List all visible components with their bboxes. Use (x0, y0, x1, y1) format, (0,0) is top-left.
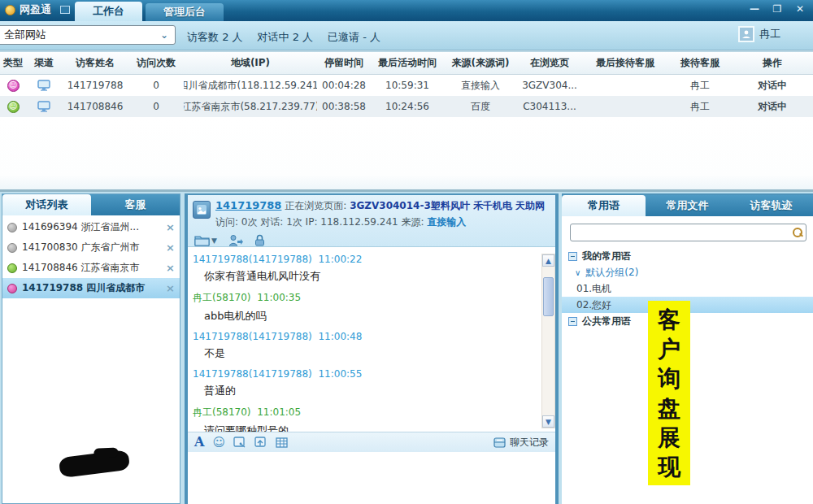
font-style-button[interactable]: A (194, 436, 204, 449)
maximize-icon[interactable]: ❐ (771, 3, 784, 15)
message-area: 141719788(141719788) 11:00:22 你家有普通电机风叶没… (188, 247, 555, 432)
col-last-active: 最后活动时间 (371, 52, 444, 74)
table-row[interactable]: ☺ 141708846 0 江苏省南京市(58.217.239.77) 00:3… (0, 96, 813, 117)
dialog-panel-tabs: 对话列表 客服 (2, 194, 180, 215)
title-bar: 网盈通 工作台 管理后台 — ❐ ✕ (0, 0, 813, 21)
tab-agents[interactable]: 客服 (91, 194, 180, 215)
close-dialog-icon[interactable]: × (166, 221, 175, 233)
transfer-visitor-button[interactable] (228, 234, 243, 246)
action-status[interactable]: 对话中 (732, 75, 813, 96)
tree-group-default[interactable]: ∨ 默认分组(2) (562, 264, 813, 280)
section-divider (0, 189, 813, 192)
emoticon-button[interactable]: ☺ (212, 437, 225, 449)
stay-time: 00:38:58 (317, 96, 371, 117)
tree-group-label: 我的常用语 (582, 250, 631, 263)
list-item[interactable]: 141700830 广东省广州市 × (2, 237, 180, 258)
tree-group-my-phrases[interactable]: 我的常用语 (562, 248, 813, 264)
source: 直接输入 (444, 75, 517, 96)
window-controls: — ❐ ✕ (748, 3, 806, 15)
collapse-icon[interactable] (568, 252, 577, 261)
close-icon[interactable]: ✕ (793, 3, 806, 15)
list-item-label: 141700830 广东省广州市 (22, 241, 140, 254)
phrase-search-box (570, 224, 806, 241)
close-dialog-icon[interactable]: × (166, 282, 175, 294)
visitor-type-online-icon: ☺ (7, 101, 20, 113)
message-sender: 冉工(58170) (193, 406, 251, 418)
minimize-icon[interactable]: — (748, 3, 761, 15)
table-row[interactable]: ☺ 141719788 0 四川省成都市(118.112.59.241) 00:… (0, 75, 813, 96)
banner-char: 询 (658, 367, 680, 390)
action-status[interactable]: 对话中 (732, 96, 813, 117)
visitor-offline-icon (7, 223, 17, 232)
scroll-down-icon[interactable]: ▼ (542, 415, 554, 428)
stat-chatting: 对话中 2 人 (258, 30, 314, 45)
region-ip: 四川省成都市(118.112.59.241) (184, 75, 317, 96)
chat-history-button[interactable]: 聊天记录 (493, 436, 549, 450)
monitor-icon (26, 75, 62, 96)
last-active-time: 10:24:56 (371, 96, 444, 117)
message-time: 11:01:05 (257, 406, 301, 418)
source: 百度 (444, 96, 517, 117)
last-agent (582, 96, 668, 117)
chat-history-label: 聊天记录 (510, 436, 549, 450)
tab-common-phrases[interactable]: 常用语 (562, 195, 646, 216)
visitor-type-busy-icon: ☺ (7, 80, 20, 92)
scrollbar-thumb[interactable] (543, 277, 554, 316)
stat-invited: 已邀请 - 人 (328, 30, 380, 45)
message-text: 你家有普通电机风叶没有 (204, 269, 536, 284)
browsing-page-title: 3GZV304014-3塑料风叶 禾千机电 天助网 (350, 200, 545, 211)
message-input[interactable] (188, 452, 555, 504)
visit-count: 0 (128, 96, 184, 117)
browsing-page-link[interactable]: C304113... (517, 96, 582, 117)
chevron-down-icon: ∨ (575, 268, 580, 277)
message-sender: 141719788(141719788) (193, 331, 312, 342)
folder-menu-button[interactable]: ▼ (194, 234, 217, 246)
message-text: abb电机的吗 (204, 309, 536, 324)
close-dialog-icon[interactable]: × (166, 262, 175, 274)
caret-down-icon: ▼ (211, 237, 217, 245)
current-agent[interactable]: 冉工 (738, 26, 780, 42)
tab-visitor-track[interactable]: 访客轨迹 (729, 195, 813, 216)
list-item[interactable]: 141708846 江苏省南京市 × (2, 258, 180, 278)
top-toolbar: 全部网站 ⌄ 访客数 2 人 对话中 2 人 已邀请 - 人 冉工 (0, 21, 813, 50)
col-region-ip: 地域(IP) (184, 52, 317, 74)
tab-common-files[interactable]: 常用文件 (646, 195, 729, 216)
chat-message: 141719788(141719788) 11:00:55 普通的 (193, 368, 536, 398)
chat-message: 141719788(141719788) 11:00:22 你家有普通电机风叶没… (193, 254, 536, 284)
list-item[interactable]: 141696394 浙江省温州... × (2, 217, 180, 237)
visit-count: 0 (128, 75, 184, 96)
agent: 冉工 (668, 96, 732, 117)
message-time: 11:00:35 (257, 292, 301, 303)
tab-workbench[interactable]: 工作台 (75, 2, 142, 21)
browsing-page-link[interactable]: 3GZV304... (517, 75, 582, 96)
lock-button[interactable] (254, 234, 265, 246)
close-dialog-icon[interactable]: × (166, 241, 175, 254)
scroll-up-icon[interactable]: ▲ (542, 254, 554, 267)
tab-dialog-list[interactable]: 对话列表 (2, 194, 91, 215)
quick-reply-table-button[interactable] (276, 437, 288, 448)
app-logo: 网盈通 (5, 2, 70, 17)
browsing-label: 正在浏览页面: (285, 200, 346, 211)
phrase-item-motor[interactable]: 01.电机 (562, 280, 813, 297)
col-channel: 渠道 (26, 52, 62, 74)
site-filter-dropdown[interactable]: 全部网站 ⌄ (0, 25, 176, 45)
collapse-icon[interactable] (568, 317, 577, 326)
message-time: 11:00:55 (318, 368, 362, 380)
history-icon (493, 437, 506, 448)
list-item-selected[interactable]: 141719788 四川省成都市 × (2, 278, 180, 298)
chat-message: 141719788(141719788) 11:00:48 不是 (193, 331, 536, 361)
message-sender: 141719788(141719788) (193, 368, 312, 380)
search-input[interactable] (576, 227, 793, 238)
browsing-info-line: 141719788 正在浏览页面: 3GZV304014-3塑料风叶 禾千机电 … (215, 199, 550, 213)
screenshot-button[interactable] (233, 437, 246, 448)
chat-header-toolbar: ▼ (194, 234, 550, 246)
banner-char: 盘 (658, 398, 680, 420)
main-tabs: 工作台 管理后台 (75, 2, 227, 21)
visitor-id-link[interactable]: 141719788 (215, 199, 281, 211)
chat-message: 冉工(58170) 11:00:35 abb电机的吗 (193, 291, 536, 324)
col-last-agent: 最后接待客服 (582, 52, 668, 74)
search-icon[interactable] (793, 228, 802, 237)
message-scrollbar[interactable]: ▲ ▼ (541, 254, 555, 428)
tab-admin-backend[interactable]: 管理后台 (146, 3, 224, 21)
send-file-button[interactable] (254, 437, 267, 448)
